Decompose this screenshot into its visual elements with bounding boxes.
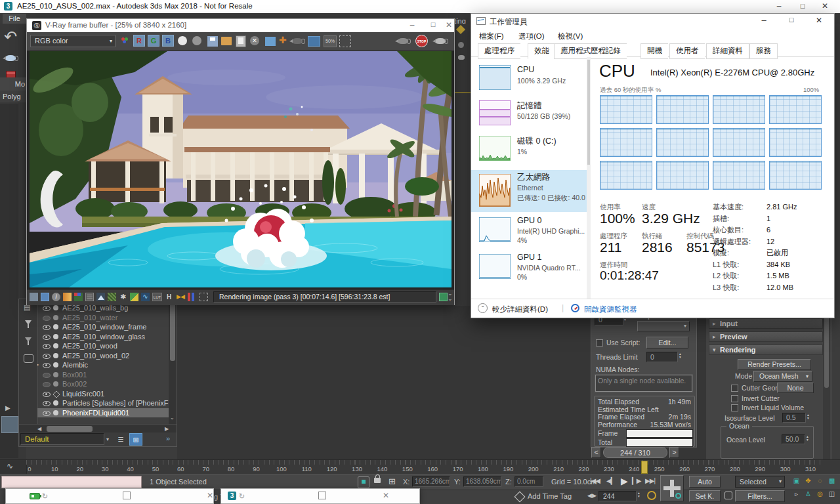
numa-nodes-field[interactable]: Only a single node available. bbox=[595, 375, 692, 392]
selection-set-dropdown[interactable]: Default bbox=[20, 433, 104, 445]
pan-icon[interactable]: ✥ bbox=[803, 476, 813, 486]
prev-key-button[interactable]: ◀▎ bbox=[606, 477, 615, 484]
scene-hscrollbar[interactable]: ◀ ▶ bbox=[19, 424, 177, 433]
next-frame-button[interactable]: > bbox=[669, 447, 679, 458]
frame-counter[interactable]: 244 / 310 bbox=[603, 447, 667, 458]
stereo-icon[interactable] bbox=[188, 293, 196, 301]
zoom-region-icon[interactable]: ▩ bbox=[827, 476, 837, 486]
filter-icon[interactable] bbox=[25, 337, 32, 342]
render-teapot-icon[interactable] bbox=[5, 55, 16, 61]
visibility-eye-icon[interactable] bbox=[43, 411, 51, 416]
expand-statusbar-icon[interactable]: ⌄⌄ bbox=[448, 291, 453, 301]
info-icon[interactable]: i bbox=[52, 293, 60, 301]
scene-object-row-9[interactable]: LiquidSrc001 bbox=[37, 389, 169, 399]
z-coordinate-field[interactable]: 0.0cm bbox=[514, 476, 543, 487]
mini-window-a-close[interactable]: ✕ bbox=[207, 491, 213, 500]
white-balance-icon[interactable] bbox=[74, 293, 83, 301]
invert-liquid-checkbox[interactable] bbox=[731, 404, 738, 411]
interactive-teapot-icon[interactable] bbox=[435, 38, 446, 44]
ribbon-panel-polygon[interactable]: Polyg bbox=[0, 91, 26, 102]
x-coordinate-field[interactable]: 1665.266cm bbox=[412, 476, 450, 487]
tm-maximize-button[interactable]: □ bbox=[778, 16, 805, 24]
visibility-eye-icon[interactable] bbox=[43, 373, 51, 378]
clipboard-icon[interactable] bbox=[236, 35, 246, 47]
orbit-selected-icon[interactable]: ◎ bbox=[815, 489, 825, 499]
cutter-none-button[interactable]: None bbox=[777, 383, 814, 393]
prev-frame-button[interactable]: < bbox=[591, 447, 601, 458]
load-image-icon[interactable] bbox=[221, 37, 232, 45]
scene-object-row-8[interactable]: Box002 bbox=[37, 379, 169, 389]
visibility-eye-icon[interactable] bbox=[43, 335, 51, 340]
scene-object-row-2[interactable]: AE25_010_window_frame bbox=[37, 322, 169, 332]
blue-channel-button[interactable]: B bbox=[162, 35, 174, 47]
max-close-button[interactable]: ✕ bbox=[814, 0, 836, 13]
maximize-viewport-icon[interactable]: ◫ bbox=[827, 489, 837, 499]
phoenix-options-dropdown[interactable]: ▾ bbox=[637, 321, 690, 331]
rgb-channels-icon[interactable] bbox=[121, 37, 129, 44]
pixel-info-icon[interactable] bbox=[200, 293, 208, 301]
visibility-eye-icon[interactable] bbox=[43, 392, 51, 397]
frame-step-icons[interactable]: ◀▶ bbox=[587, 492, 597, 499]
visibility-eye-icon[interactable] bbox=[43, 382, 51, 387]
zoom-icon[interactable]: ▹ bbox=[791, 489, 801, 499]
duplicate-to-host-icon[interactable] bbox=[264, 36, 276, 47]
scene-vscrollbar[interactable]: ⌄ bbox=[169, 299, 177, 424]
region-render-icon[interactable] bbox=[339, 35, 351, 47]
scene-hscroll-right-icon[interactable]: ▶ bbox=[165, 426, 169, 432]
set-key-button[interactable]: Set K. bbox=[689, 490, 721, 502]
mini-window-b-close[interactable]: ✕ bbox=[383, 491, 389, 500]
panel-scrollbar[interactable] bbox=[823, 299, 830, 459]
clear-image-icon[interactable]: ✕ bbox=[250, 36, 259, 45]
ocean-level-spinner[interactable]: ▴ ▾ bbox=[807, 435, 808, 442]
scene-vscroll-thumb[interactable] bbox=[170, 302, 175, 361]
visibility-eye-icon[interactable] bbox=[43, 363, 51, 368]
render-presets-button[interactable]: Render Presets... bbox=[738, 359, 811, 370]
vray-titlebar[interactable]: Ⓢ V-Ray frame buffer - [25% of 3840 x 21… bbox=[27, 19, 454, 32]
scene-object-row-1[interactable]: AE25_010_water bbox=[37, 313, 169, 323]
filter-gear-icon[interactable] bbox=[25, 320, 32, 325]
render-teapot-icon-2[interactable] bbox=[398, 38, 408, 44]
lut-icon[interactable]: LUT bbox=[152, 293, 162, 301]
zoom-extents-icon[interactable]: ▣ bbox=[791, 476, 801, 486]
vfb-grid-icon[interactable] bbox=[41, 293, 49, 301]
visibility-eye-icon[interactable] bbox=[43, 344, 51, 349]
stamp-icon[interactable] bbox=[439, 293, 448, 301]
mini-window-b-maximize[interactable] bbox=[318, 492, 326, 499]
mini-curve-editor-icon[interactable]: ∿ bbox=[7, 461, 13, 471]
max-maximize-button[interactable]: □ bbox=[791, 0, 814, 13]
hsl-icon[interactable] bbox=[85, 293, 94, 301]
maxscript-mini-listener[interactable] bbox=[1, 476, 142, 488]
scene-object-row-4[interactable]: AE25_010_wood bbox=[37, 341, 169, 351]
explorer-mode-icon[interactable]: ⊞ bbox=[129, 433, 142, 446]
open-resource-monitor-link[interactable]: 開啟資源監視器 bbox=[584, 304, 637, 314]
edit-script-button[interactable]: Edit... bbox=[646, 337, 688, 348]
scene-object-row-6[interactable]: ▶Alembic bbox=[37, 360, 169, 370]
isosurface-field[interactable]: 0.5 bbox=[782, 413, 806, 423]
tm-close-button[interactable]: ✕ bbox=[805, 16, 833, 25]
visibility-eye-icon[interactable] bbox=[43, 316, 51, 321]
invert-cutter-checkbox[interactable] bbox=[731, 395, 738, 402]
selected-dropdown[interactable]: Selected▾ bbox=[735, 476, 785, 488]
levels-icon[interactable] bbox=[108, 293, 116, 301]
layer-stack-icon[interactable]: ☰ bbox=[115, 434, 127, 445]
vfb-channels-icon[interactable] bbox=[30, 293, 38, 301]
play-button[interactable]: ▶ bbox=[621, 476, 628, 486]
curves-icon[interactable]: ∿ bbox=[141, 293, 150, 301]
frame-spinner[interactable]: ▴ ▾ bbox=[638, 492, 640, 498]
isosurface-spinner[interactable]: ▴ ▾ bbox=[807, 413, 809, 420]
menu-file[interactable]: File bbox=[3, 14, 26, 24]
vray-close-button[interactable]: ✕ bbox=[443, 20, 455, 30]
mini-window-max[interactable]: 3 ↻ ✕ bbox=[220, 488, 420, 504]
tm-menu-view[interactable]: 檢視(V) bbox=[558, 32, 583, 41]
ribbon-tab-modeling[interactable]: Mo bbox=[0, 77, 26, 91]
undo-icon[interactable]: ↶ bbox=[4, 28, 17, 46]
walkthrough-icon[interactable]: ♙ bbox=[803, 489, 813, 499]
scene-object-list[interactable]: AE25_010_walls_bgAE25_010_waterAE25_010_… bbox=[37, 303, 169, 421]
selection-lock-icon[interactable] bbox=[374, 474, 381, 483]
key-filters-icon[interactable] bbox=[724, 492, 732, 499]
ocean-level-field[interactable]: 50.0 bbox=[782, 434, 805, 444]
visibility-eye-icon[interactable] bbox=[43, 325, 51, 330]
scene-hscroll-left-icon[interactable]: ◀ bbox=[37, 426, 41, 432]
selection-set-caret-icon[interactable]: ▾ bbox=[106, 436, 109, 442]
visibility-eye-icon[interactable] bbox=[43, 306, 51, 311]
